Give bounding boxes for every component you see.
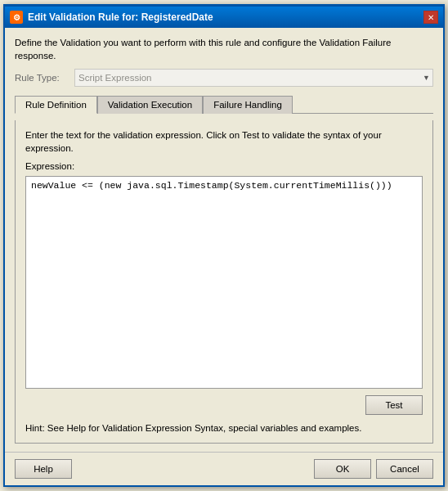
dialog-title: Edit Validation Rule for: RegisteredDate [28,11,213,23]
title-bar-controls: ✕ [423,11,438,24]
bottom-bar: Help OK Cancel [5,452,443,485]
tab-bar: Rule Definition Validation Execution Fai… [15,95,433,114]
hint-text: Hint: See Help for Validation Expression… [25,421,423,435]
help-button[interactable]: Help [15,459,72,479]
rule-type-row: Rule Type: Script Expression ▼ [15,69,433,87]
tab-validation-execution[interactable]: Validation Execution [97,96,203,114]
test-button[interactable]: Test [365,395,423,415]
title-bar-left: ⚙ Edit Validation Rule for: RegisteredDa… [10,11,213,24]
close-button[interactable]: ✕ [423,11,438,24]
test-button-row: Test [25,395,423,415]
tab-content: Enter the text for the validation expres… [15,120,433,444]
expression-label: Expression: [25,161,423,171]
rule-type-select[interactable]: Script Expression [74,69,433,87]
dialog-icon: ⚙ [10,11,23,24]
right-buttons: OK Cancel [314,459,433,479]
tab-failure-handling[interactable]: Failure Handling [203,96,293,114]
title-bar: ⚙ Edit Validation Rule for: RegisteredDa… [5,7,443,28]
ok-button[interactable]: OK [314,459,371,479]
dialog-body: Define the Validation you want to perfor… [5,28,443,452]
tab-rule-definition[interactable]: Rule Definition [15,96,97,114]
rule-type-label: Rule Type: [15,73,68,83]
rule-type-select-wrapper: Script Expression ▼ [74,69,433,87]
expression-area-wrapper: Expression: [25,161,423,389]
edit-validation-rule-dialog: ⚙ Edit Validation Rule for: RegisteredDa… [3,4,445,487]
tab-description: Enter the text for the validation expres… [25,128,423,155]
cancel-button[interactable]: Cancel [376,459,433,479]
expression-textarea[interactable] [25,176,423,389]
description-text: Define the Validation you want to perfor… [15,36,433,62]
